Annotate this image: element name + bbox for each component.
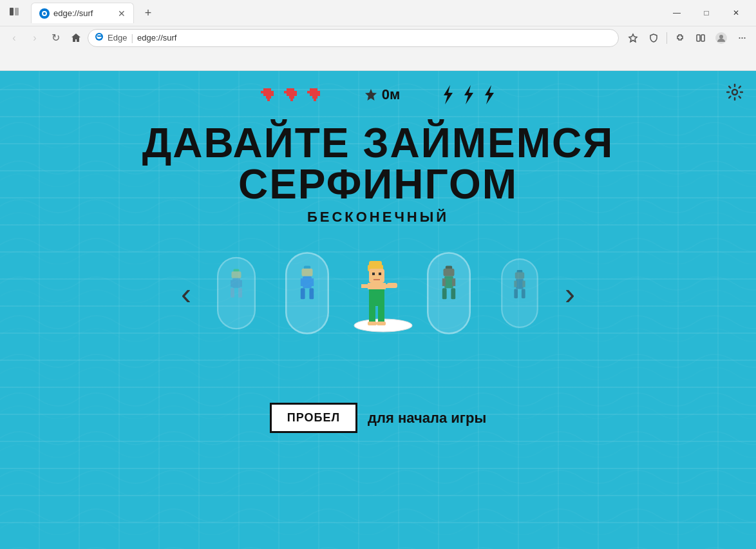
- game-subtitle: БЕСКОНЕЧНЫЙ: [0, 209, 756, 226]
- svg-rect-66: [373, 279, 380, 280]
- address-url: edge://surf: [137, 33, 176, 43]
- svg-rect-13: [263, 91, 266, 93]
- svg-rect-57: [309, 288, 314, 299]
- svg-rect-33: [310, 91, 312, 93]
- svg-rect-73: [378, 306, 384, 323]
- svg-rect-36: [310, 93, 320, 96]
- svg-rect-90: [522, 281, 525, 287]
- svg-rect-47: [232, 271, 241, 278]
- svg-rect-39: [315, 88, 317, 91]
- bolt-1: [439, 84, 457, 106]
- svg-rect-67: [368, 283, 386, 289]
- svg-rect-34: [312, 88, 315, 91]
- svg-rect-28: [290, 99, 293, 101]
- shield-icon[interactable]: [645, 29, 663, 47]
- svg-rect-38: [314, 99, 316, 101]
- svg-rect-19: [269, 88, 271, 91]
- character-figure-1: [222, 267, 251, 320]
- browser-chrome: edge://surf ✕ + — □ ✕ ‹ › ↻ Edge | edge:…: [0, 0, 756, 71]
- svg-rect-7: [701, 35, 704, 41]
- character-slot-active[interactable]: [339, 227, 417, 359]
- svg-rect-55: [303, 276, 312, 289]
- svg-rect-81: [451, 288, 455, 299]
- svg-rect-24: [289, 88, 292, 91]
- svg-rect-56: [301, 288, 305, 299]
- more-options-button[interactable]: ···: [733, 29, 751, 47]
- refresh-button[interactable]: ↻: [46, 29, 64, 47]
- character-capsule-1: [217, 257, 256, 330]
- spacebar-button[interactable]: ПРОБЕЛ: [270, 403, 357, 433]
- svg-rect-86: [516, 279, 524, 289]
- svg-rect-23: [287, 91, 289, 93]
- svg-rect-51: [231, 280, 234, 287]
- svg-rect-59: [310, 278, 314, 286]
- svg-rect-21: [284, 91, 287, 93]
- svg-rect-54: [302, 269, 313, 276]
- svg-rect-17: [266, 96, 271, 99]
- character-slot-4[interactable]: [422, 247, 477, 340]
- forward-button[interactable]: ›: [26, 29, 44, 47]
- character-slot-5[interactable]: [496, 254, 543, 332]
- address-bar[interactable]: Edge | edge://surf: [88, 29, 619, 47]
- heart-1: [258, 86, 279, 104]
- character-slot-2[interactable]: [280, 247, 335, 340]
- active-character-figure: [339, 231, 417, 355]
- sidebar-toggle-button[interactable]: [5, 4, 23, 22]
- svg-marker-43: [464, 85, 473, 104]
- svg-rect-87: [514, 289, 518, 298]
- tab-favicon: [39, 8, 50, 19]
- minimize-button[interactable]: —: [662, 3, 692, 23]
- favorites-collection-icon[interactable]: [692, 29, 710, 47]
- svg-rect-78: [444, 269, 455, 276]
- close-button[interactable]: ✕: [721, 3, 751, 23]
- tab-close-button[interactable]: ✕: [118, 8, 126, 19]
- favorites-icon[interactable]: [624, 29, 642, 47]
- svg-rect-65: [379, 273, 381, 275]
- svg-rect-12: [263, 88, 266, 91]
- settings-button[interactable]: [726, 84, 743, 104]
- svg-rect-80: [442, 288, 447, 299]
- svg-marker-42: [444, 85, 453, 104]
- new-tab-button[interactable]: +: [139, 4, 157, 22]
- window-controls: — □ ✕: [662, 3, 751, 23]
- game-title: ДАВАЙТЕ ЗАЙМЕМСЯ СЕРФИНГОМ: [0, 122, 756, 205]
- svg-rect-11: [261, 91, 263, 93]
- svg-rect-88: [522, 289, 525, 298]
- svg-rect-63: [369, 269, 384, 283]
- svg-rect-29: [292, 88, 294, 91]
- title-bar: edge://surf ✕ + — □ ✕: [0, 0, 756, 26]
- bolt-2: [459, 84, 477, 106]
- home-button[interactable]: [67, 29, 85, 47]
- svg-rect-69: [361, 284, 368, 288]
- svg-rect-75: [377, 322, 386, 325]
- character-figure-2: [291, 263, 324, 323]
- nav-bar: ‹ › ↻ Edge | edge://surf: [0, 26, 756, 49]
- character-capsule-2: [285, 252, 329, 334]
- svg-rect-50: [238, 288, 242, 298]
- svg-rect-85: [515, 273, 524, 279]
- carousel-right-button[interactable]: ›: [552, 276, 588, 311]
- svg-rect-20: [271, 91, 274, 93]
- svg-rect-40: [317, 91, 320, 93]
- carousel-left-button[interactable]: ‹: [168, 276, 204, 311]
- active-tab[interactable]: edge://surf ✕: [31, 3, 134, 23]
- heart-3: [305, 86, 325, 104]
- extensions-icon[interactable]: [671, 29, 689, 47]
- back-button[interactable]: ‹: [5, 29, 23, 47]
- svg-marker-5: [629, 34, 637, 42]
- main-title-area: ДАВАЙТЕ ЗАЙМЕМСЯ СЕРФИНГОМ БЕСКОНЕЧНЫЙ: [0, 122, 756, 226]
- svg-rect-72: [369, 306, 375, 323]
- profile-icon[interactable]: [712, 29, 730, 47]
- toolbar-separator: [666, 32, 667, 44]
- svg-rect-68: [369, 289, 384, 306]
- score-display: 0м: [364, 86, 401, 103]
- score-value: 0м: [382, 86, 401, 103]
- start-area: ПРОБЕЛ для начала игры: [0, 403, 756, 433]
- character-slot-1[interactable]: [213, 252, 261, 334]
- svg-rect-31: [307, 91, 310, 93]
- svg-rect-52: [240, 280, 243, 287]
- maximize-button[interactable]: □: [692, 3, 721, 23]
- heart-2: [281, 86, 302, 104]
- svg-rect-58: [301, 278, 304, 286]
- svg-rect-27: [289, 96, 294, 99]
